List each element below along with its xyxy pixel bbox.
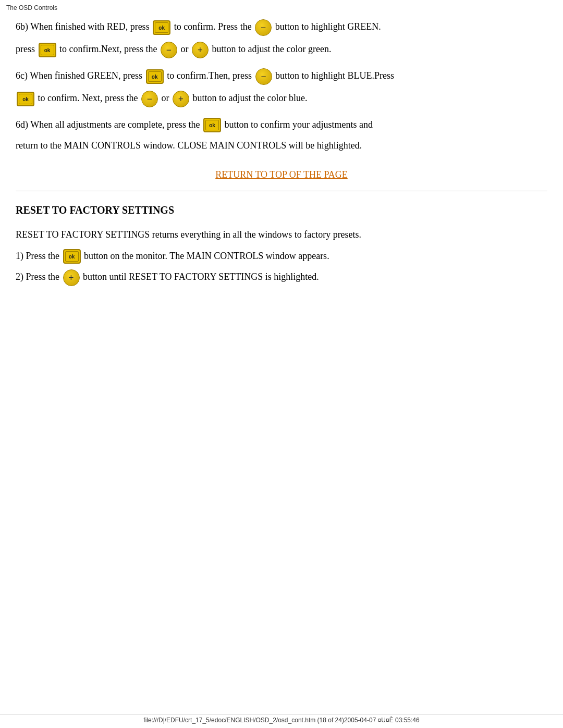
section-6b-para1: 6b) When finished with RED, press ok to … <box>16 19 547 36</box>
ok-button-3: ok <box>146 69 164 84</box>
ok-button-1: ok <box>153 20 170 35</box>
6c-text-5: button to adjust the color blue. <box>192 93 307 103</box>
6b-text-1: 6b) When finished with RED, press <box>16 21 150 32</box>
6d-text-1: 6d) When all adjustments are complete, p… <box>16 119 200 130</box>
ok-button-4: ok <box>17 92 34 106</box>
return-link-container: RETURN TO TOP OF THE PAGE <box>16 169 547 180</box>
reset-step2: 2) Press the + button until RESET TO FAC… <box>16 269 547 286</box>
6b-text-or: or <box>180 44 188 54</box>
minus-button-4: − <box>141 91 158 107</box>
section-6c-para2: ok to confirm. Next, press the − or + bu… <box>16 90 547 107</box>
plus-button-2: + <box>173 91 189 107</box>
horizontal-rule <box>16 191 547 191</box>
section-6d-para1: 6d) When all adjustments are complete, p… <box>16 117 547 133</box>
minus-button-2: − <box>161 42 177 58</box>
reset-section: RESET TO FACTORY SETTINGS RESET TO FACTO… <box>16 202 547 286</box>
ok-button-5: ok <box>203 118 221 132</box>
6b-text-2: to confirm. Press the <box>174 21 252 32</box>
return-to-top-link[interactable]: RETURN TO TOP OF THE PAGE <box>215 169 348 180</box>
reset-title: RESET TO FACTORY SETTINGS <box>16 202 547 218</box>
step2-text-2: button until RESET TO FACTORY SETTINGS i… <box>83 272 319 282</box>
footer-text: file:///D|/EDFU/crt_17_5/edoc/ENGLISH/OS… <box>143 717 419 724</box>
section-6d: 6d) When all adjustments are complete, p… <box>16 117 547 154</box>
footer: file:///D|/EDFU/crt_17_5/edoc/ENGLISH/OS… <box>0 714 563 724</box>
plus-button-1: + <box>192 42 209 58</box>
section-6c: 6c) When finished GREEN, press ok to con… <box>16 68 547 107</box>
section-6d-para2: return to the MAIN CONTROLS window. CLOS… <box>16 138 547 154</box>
plus-button-3: + <box>63 269 80 286</box>
step1-text-2: button on the monitor. The MAIN CONTROLS… <box>84 251 329 261</box>
6c-text-4: to confirm. Next, press the <box>38 93 138 103</box>
step2-text-1: 2) Press the <box>16 272 59 282</box>
6b-text-5: to confirm.Next, press the <box>59 44 157 54</box>
title-bar: The OSD Controls <box>0 0 563 14</box>
ok-button-6: ok <box>63 249 81 264</box>
6b-text-4: press <box>16 44 35 54</box>
section-6b: 6b) When finished with RED, press ok to … <box>16 19 547 58</box>
section-6b-para2: press ok to confirm.Next, press the − or… <box>16 41 547 58</box>
section-6c-para1: 6c) When finished GREEN, press ok to con… <box>16 68 547 85</box>
6d-text-3: return to the MAIN CONTROLS window. CLOS… <box>16 140 362 151</box>
6b-text-6: button to adjust the color green. <box>212 44 331 54</box>
6c-text-2: to confirm.Then, press <box>167 70 252 81</box>
6d-text-2: button to confirm your adjustments and <box>225 119 373 130</box>
minus-button-3: − <box>255 68 272 85</box>
6b-text-3: button to highlight GREEN. <box>275 21 381 32</box>
minus-button-1: − <box>255 19 272 36</box>
6c-text-or: or <box>161 93 172 103</box>
step1-text-1: 1) Press the <box>16 251 59 261</box>
main-content: 6b) When finished with RED, press ok to … <box>0 14 563 316</box>
reset-step1: 1) Press the ok button on the monitor. T… <box>16 248 547 264</box>
title-text: The OSD Controls <box>6 4 57 11</box>
ok-button-2: ok <box>39 43 56 57</box>
reset-intro: RESET TO FACTORY SETTINGS returns everyt… <box>16 227 547 243</box>
6c-text-1: 6c) When finished GREEN, press <box>16 70 142 81</box>
6c-text-3: button to highlight BLUE.Press <box>275 70 394 81</box>
